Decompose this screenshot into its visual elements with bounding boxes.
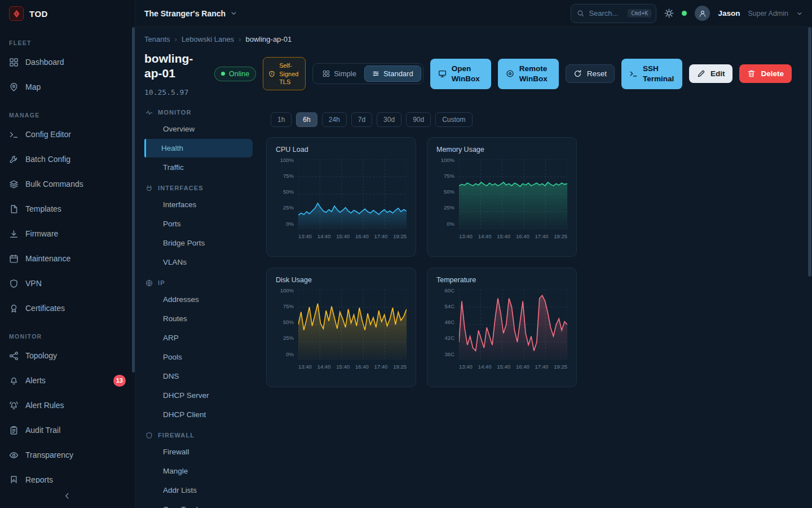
- remote-winbox-button[interactable]: Remote WinBox: [498, 59, 559, 89]
- x-tick-label: 13:40: [459, 233, 473, 239]
- chart-card-memory-usage: Memory Usage100%75%50%25%0%13:4014:4015:…: [427, 137, 577, 257]
- chevron-left-icon: [63, 492, 72, 500]
- subnav-item-firewall[interactable]: Firewall: [144, 443, 253, 461]
- time-range-7d[interactable]: 7d: [351, 112, 372, 127]
- edit-button[interactable]: Edit: [689, 64, 733, 83]
- subnav-item-mangle[interactable]: Mangle: [144, 462, 253, 480]
- subnav-group-firewall: FIREWALL: [145, 432, 253, 439]
- chart-title: CPU Load: [276, 146, 407, 154]
- search-icon: [577, 10, 584, 17]
- time-range-90d[interactable]: 90d: [406, 112, 431, 127]
- alert-shield-icon: [268, 71, 275, 77]
- main-scrollbar[interactable]: [808, 27, 811, 277]
- x-tick-label: 16:40: [355, 364, 369, 370]
- sidebar-item-label: Templates: [25, 204, 126, 213]
- subnav-item-vlans[interactable]: VLANs: [144, 253, 253, 271]
- subnav-item-ports[interactable]: Ports: [144, 214, 253, 233]
- time-range-24h[interactable]: 24h: [322, 112, 347, 127]
- sidebar-item-topology[interactable]: Topology: [0, 343, 135, 368]
- x-tick-label: 19:25: [393, 364, 407, 370]
- theme-toggle-button[interactable]: [664, 8, 674, 18]
- topbar-actions: Cmd+K Jason Super Admin: [571, 4, 803, 23]
- x-axis-labels: 13:4014:4015:4016:4017:4019:25: [298, 364, 407, 370]
- user-menu-button[interactable]: [796, 10, 803, 17]
- subnav-item-dns[interactable]: DNS: [144, 367, 253, 386]
- x-tick-label: 17:40: [535, 233, 549, 239]
- sidebar-item-certificates[interactable]: Certificates: [0, 296, 135, 321]
- breadcrumb-separator: ›: [239, 35, 241, 43]
- chart-plot: [459, 159, 567, 229]
- reset-button[interactable]: Reset: [566, 64, 615, 83]
- sidebar-item-reports[interactable]: Reports: [0, 467, 135, 483]
- y-tick-label: 25%: [283, 335, 294, 341]
- subnav-item-pools[interactable]: Pools: [144, 348, 253, 366]
- chart-card-disk-usage: Disk Usage100%75%50%25%0%13:4014:4015:40…: [266, 268, 416, 387]
- subnav-item-arp[interactable]: ARP: [144, 329, 253, 347]
- grid-icon: [9, 58, 19, 67]
- subnav-item-interfaces[interactable]: Interfaces: [144, 195, 253, 214]
- sidebar-item-templates[interactable]: Templates: [0, 196, 135, 221]
- breadcrumb-item[interactable]: Tenants: [144, 35, 170, 43]
- subnav-group-label: INTERFACES: [158, 185, 204, 191]
- chart-plot-area: 100%75%50%25%0%13:4014:4015:4016:4017:40…: [276, 159, 407, 239]
- sidebar-item-config-editor[interactable]: Config Editor: [0, 122, 135, 147]
- subnav-item-dhcp-server[interactable]: DHCP Server: [144, 386, 253, 405]
- toggle-option-label: Simple: [334, 69, 356, 78]
- bell-icon: [9, 376, 19, 386]
- global-search[interactable]: Cmd+K: [571, 4, 656, 23]
- y-tick-label: 75%: [283, 303, 294, 309]
- view-toggle-standard[interactable]: Standard: [364, 65, 421, 82]
- button-label: Open WinBox: [452, 64, 483, 84]
- time-range-30d[interactable]: 30d: [377, 112, 401, 127]
- sidebar-scrollbar[interactable]: [132, 27, 135, 373]
- pencil-icon: [697, 69, 705, 78]
- sidebar-item-maintenance[interactable]: Maintenance: [0, 246, 135, 271]
- y-axis-labels: 100%75%50%25%0%: [276, 287, 294, 357]
- view-toggle-simple[interactable]: Simple: [315, 65, 364, 82]
- x-tick-label: 15:40: [497, 233, 510, 239]
- subnav-item-dhcp-client[interactable]: DHCP Client: [144, 405, 253, 424]
- sidebar-item-dashboard[interactable]: Dashboard: [0, 50, 135, 75]
- time-range-6h[interactable]: 6h: [296, 112, 317, 127]
- subnav-item-traffic[interactable]: Traffic: [144, 158, 253, 177]
- time-range-custom[interactable]: Custom: [435, 112, 472, 127]
- sidebar-item-map[interactable]: Map: [0, 75, 135, 99]
- sidebar-collapse-button[interactable]: [0, 483, 135, 508]
- subnav-group-label: IP: [158, 279, 165, 286]
- sidebar-item-vpn[interactable]: VPN: [0, 271, 135, 296]
- sidebar-item-alert-rules[interactable]: Alert Rules: [0, 393, 135, 418]
- delete-button[interactable]: Delete: [739, 64, 792, 83]
- subnav-item-overview[interactable]: Overview: [144, 120, 253, 138]
- open-winbox-button[interactable]: Open WinBox: [430, 59, 491, 89]
- sidebar-item-alerts[interactable]: Alerts13: [0, 368, 135, 393]
- breadcrumb-item[interactable]: Lebowski Lanes: [182, 35, 234, 43]
- subnav-item-addresses[interactable]: Addresses: [144, 290, 253, 309]
- ssh-terminal-button[interactable]: SSH Terminal: [621, 59, 682, 89]
- x-tick-label: 13:40: [298, 233, 312, 239]
- sidebar-item-bulk-commands[interactable]: Bulk Commands: [0, 172, 135, 196]
- sidebar-item-firmware[interactable]: Firmware: [0, 221, 135, 246]
- status-label: Online: [229, 70, 249, 78]
- subnav-item-addr-lists[interactable]: Addr Lists: [144, 481, 253, 500]
- chart-plot-area: 100%75%50%25%0%13:4014:4015:4016:4017:40…: [276, 290, 407, 370]
- app-logo-icon: [9, 6, 24, 21]
- button-label: Remote WinBox: [519, 64, 551, 84]
- time-range-1h[interactable]: 1h: [271, 112, 292, 127]
- chart-title: Temperature: [436, 276, 567, 284]
- subnav-item-routes[interactable]: Routes: [144, 309, 253, 328]
- x-tick-label: 19:25: [393, 233, 407, 239]
- tls-warning-label: Self-Signed TLS: [279, 62, 300, 86]
- sidebar-item-batch-config[interactable]: Batch Config: [0, 147, 135, 172]
- wrench-icon: [9, 155, 19, 164]
- user-avatar[interactable]: [695, 6, 710, 21]
- sidebar-item-label: Topology: [25, 351, 126, 360]
- sidebar-item-transparency[interactable]: Transparency: [0, 443, 135, 467]
- subnav-item-conntrack[interactable]: ConnTrack: [144, 500, 253, 508]
- tenant-selector[interactable]: The Stranger's Ranch: [144, 9, 237, 18]
- app-logo[interactable]: TOD: [0, 0, 135, 27]
- subnav-item-bridge-ports[interactable]: Bridge Ports: [144, 234, 253, 252]
- subnav-item-health[interactable]: Health: [144, 139, 253, 157]
- shield-icon: [9, 279, 19, 288]
- search-input[interactable]: [589, 9, 623, 17]
- sidebar-item-audit-trail[interactable]: Audit Trail: [0, 418, 135, 443]
